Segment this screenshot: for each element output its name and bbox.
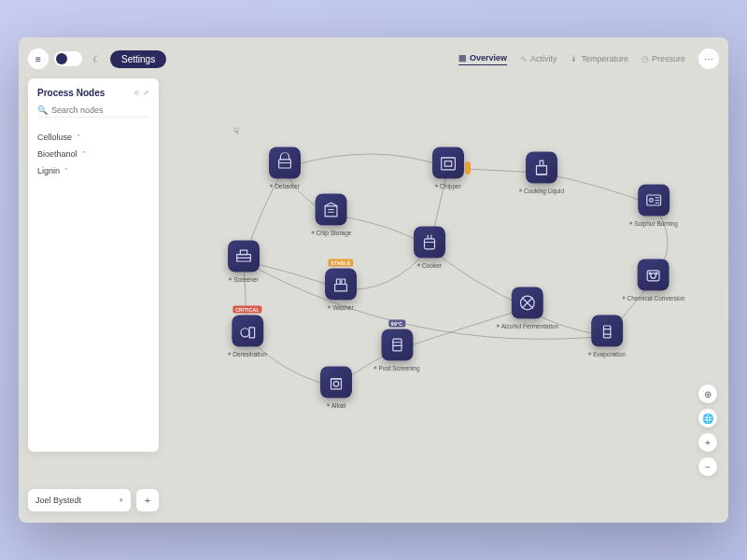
node-cooker[interactable]: Cooker bbox=[414, 227, 445, 269]
zoom-in-button[interactable]: + bbox=[698, 433, 717, 452]
chevron-down-icon: ⌃ bbox=[81, 150, 87, 158]
svg-point-34 bbox=[241, 329, 249, 337]
svg-rect-31 bbox=[603, 326, 610, 338]
cursor-icon: ☟ bbox=[233, 126, 239, 136]
search-input[interactable] bbox=[51, 105, 149, 115]
topbar-right: ▦ Overview ∿ Activity 🌡 Temperature ◷ Pr… bbox=[458, 49, 719, 69]
sidebar-title: Process Nodes bbox=[37, 88, 105, 98]
svg-rect-0 bbox=[279, 160, 291, 168]
node-cooking-liquid[interactable]: Cooking Liquid bbox=[519, 152, 564, 194]
temperature-indicator bbox=[465, 161, 471, 175]
chevron-down-icon: ▾ bbox=[120, 497, 123, 504]
chevron-down-icon: ⌃ bbox=[63, 167, 69, 175]
tab-overview-label: Overview bbox=[470, 53, 507, 63]
moon-icon[interactable]: ☾ bbox=[88, 50, 105, 67]
tab-pressure[interactable]: ◷ Pressure bbox=[641, 54, 685, 63]
node-deresination[interactable]: CRITICAL Deresination bbox=[228, 315, 267, 357]
add-user-button[interactable]: + bbox=[136, 489, 159, 511]
user-menu[interactable]: Joel Bystedt ▾ bbox=[28, 489, 131, 511]
svg-rect-35 bbox=[249, 328, 255, 338]
svg-rect-27 bbox=[335, 285, 347, 291]
chevron-down-icon: ⌃ bbox=[76, 133, 81, 141]
app-window: ≡ ☾ Settings ▦ Overview ∿ Activity 🌡 Tem… bbox=[19, 37, 728, 523]
svg-rect-39 bbox=[331, 379, 342, 389]
globe-button[interactable]: 🌐 bbox=[698, 409, 717, 427]
sidebar-header: Process Nodes ⎋ ⤢ bbox=[37, 88, 149, 98]
svg-rect-28 bbox=[336, 279, 340, 285]
svg-rect-17 bbox=[240, 250, 247, 255]
sidebar-item-label: Celloluse bbox=[37, 133, 72, 142]
gauge-icon: ◷ bbox=[641, 54, 649, 63]
node-chip-storage[interactable]: Chip Storage bbox=[312, 194, 352, 236]
svg-rect-13 bbox=[326, 206, 338, 217]
node-post-screening[interactable]: 99°C Post Screening bbox=[374, 329, 419, 371]
zoom-out-button[interactable]: − bbox=[698, 457, 717, 476]
sidebar-item-label: Bioethanol bbox=[37, 149, 78, 159]
sidebar-item-bioethanol[interactable]: Bioethanol ⌃ bbox=[37, 146, 149, 162]
tab-activity-label: Activity bbox=[530, 54, 557, 63]
menu-icon[interactable]: ≡ bbox=[28, 49, 49, 69]
svg-rect-5 bbox=[536, 166, 546, 175]
grid-icon: ▦ bbox=[458, 53, 467, 63]
more-button[interactable]: ⋯ bbox=[698, 49, 719, 69]
node-sulphur-burning[interactable]: Sulphur Burning bbox=[629, 185, 678, 227]
node-washer[interactable]: STABLE Washer bbox=[325, 269, 357, 311]
svg-point-40 bbox=[333, 382, 339, 387]
tab-overview[interactable]: ▦ Overview bbox=[458, 53, 507, 65]
sidebar-item-lignin[interactable]: Lignin ⌃ bbox=[37, 162, 149, 179]
node-evaporation[interactable]: Evaporation bbox=[588, 315, 626, 357]
user-name: Joel Bystedt bbox=[35, 496, 81, 505]
sidebar-item-celloluse[interactable]: Celloluse ⌃ bbox=[37, 129, 149, 146]
theme-toggle[interactable] bbox=[54, 51, 82, 66]
node-alcohol-fermentation[interactable]: Alcohol Fermentation bbox=[497, 287, 558, 329]
svg-point-24 bbox=[651, 273, 656, 278]
settings-button[interactable]: Settings bbox=[110, 50, 166, 68]
sidebar-item-label: Lignin bbox=[37, 166, 60, 175]
svg-point-25 bbox=[649, 273, 651, 274]
svg-rect-2 bbox=[442, 158, 456, 170]
expand-icon[interactable]: ⤢ bbox=[143, 89, 149, 97]
node-alkali[interactable]: Alkali bbox=[320, 367, 352, 409]
zoom-controls: ⊕ 🌐 + − bbox=[698, 385, 717, 476]
tab-temperature-label: Temperature bbox=[581, 54, 628, 63]
search-icon: 🔍 bbox=[37, 105, 48, 115]
pulse-icon: ∿ bbox=[520, 54, 528, 63]
tab-temperature[interactable]: 🌡 Temperature bbox=[570, 54, 628, 63]
sidebar-actions: ⎋ ⤢ bbox=[134, 89, 149, 97]
node-chipper[interactable]: Chipper bbox=[432, 147, 464, 189]
node-chemical-conversion[interactable]: Chemical Conversion bbox=[623, 259, 685, 301]
svg-rect-19 bbox=[425, 239, 435, 249]
tab-activity[interactable]: ∿ Activity bbox=[520, 54, 557, 63]
svg-rect-6 bbox=[540, 161, 543, 166]
locate-button[interactable]: ⊕ bbox=[698, 385, 717, 403]
status-badge: 99°C bbox=[388, 320, 405, 328]
thermo-icon: 🌡 bbox=[570, 54, 578, 63]
topbar-left: ≡ ☾ Settings bbox=[28, 49, 166, 69]
svg-rect-36 bbox=[392, 339, 401, 351]
svg-point-9 bbox=[649, 199, 653, 203]
sidebar: Process Nodes ⎋ ⤢ 🔍 Celloluse ⌃ Bioethan… bbox=[28, 78, 159, 452]
topbar: ≡ ☾ Settings ▦ Overview ∿ Activity 🌡 Tem… bbox=[28, 47, 719, 71]
svg-point-26 bbox=[656, 273, 658, 274]
status-badge: STABLE bbox=[328, 259, 353, 267]
node-debarker[interactable]: Debarker bbox=[269, 147, 301, 189]
lock-icon[interactable]: ⎋ bbox=[134, 89, 139, 97]
status-badge: CRITICAL bbox=[233, 306, 262, 314]
svg-rect-29 bbox=[342, 279, 345, 285]
tab-pressure-label: Pressure bbox=[652, 54, 685, 63]
search-row: 🔍 bbox=[37, 104, 149, 118]
svg-rect-3 bbox=[444, 161, 451, 167]
node-screener[interactable]: Screener bbox=[228, 241, 260, 283]
